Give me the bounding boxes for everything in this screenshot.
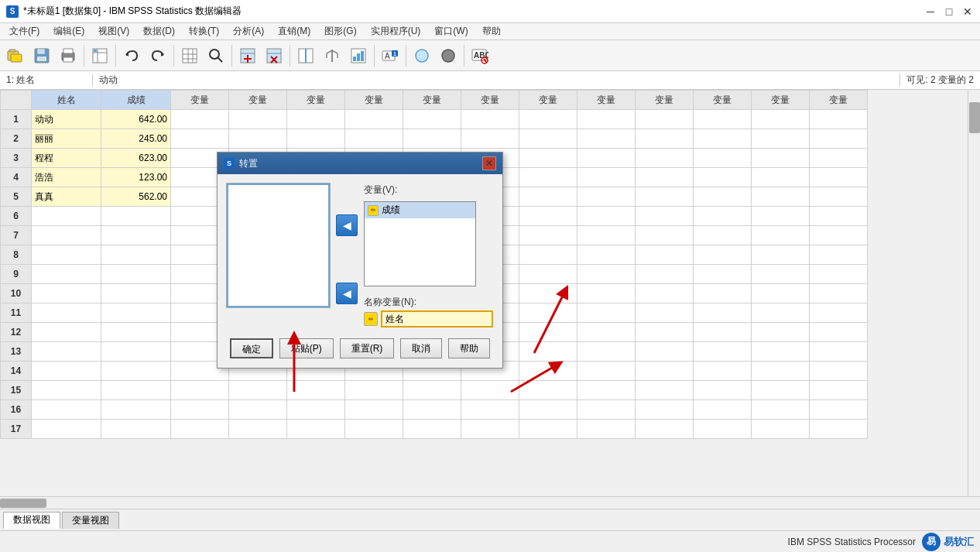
- cell-r16-c5[interactable]: [287, 400, 345, 420]
- col-header-score[interactable]: 成绩: [101, 91, 171, 110]
- paste-button[interactable]: 粘贴(P): [279, 338, 334, 358]
- cell-r11-c12[interactable]: [694, 303, 752, 323]
- cell-r12-c11[interactable]: [636, 323, 694, 342]
- col-header-var8[interactable]: 变量: [577, 91, 636, 110]
- cell-r13-c11[interactable]: [636, 342, 694, 362]
- cell-r10-c14[interactable]: [810, 284, 868, 303]
- col-header-var9[interactable]: 变量: [636, 91, 694, 110]
- toolbar-open[interactable]: [3, 43, 28, 68]
- toolbar-variable-label[interactable]: A1: [378, 43, 403, 68]
- cell-r6-c11[interactable]: [636, 207, 694, 226]
- cell-r6-c2[interactable]: [101, 207, 171, 226]
- cell-r9-c2[interactable]: [101, 265, 171, 284]
- cell-r6-c14[interactable]: [810, 207, 868, 226]
- vertical-scrollbar[interactable]: [968, 90, 980, 496]
- cell-r14-c11[interactable]: [636, 362, 694, 381]
- col-header-var5[interactable]: 变量: [403, 91, 461, 110]
- cell-r1-c6[interactable]: [345, 110, 403, 129]
- cell-r12-c12[interactable]: [694, 323, 752, 342]
- col-header-var7[interactable]: 变量: [519, 91, 577, 110]
- table-row[interactable]: 1动动642.00: [1, 110, 868, 129]
- cell-r5-c9[interactable]: [519, 187, 577, 207]
- move-to-variable-button[interactable]: ◀: [336, 214, 358, 236]
- cell-r6-c9[interactable]: [519, 207, 577, 226]
- cell-r11-c14[interactable]: [810, 303, 868, 323]
- cell-r5-c11[interactable]: [636, 187, 694, 207]
- v-scrollbar-thumb[interactable]: [969, 102, 980, 133]
- cell-r11-c1[interactable]: [32, 303, 101, 323]
- cell-r17-c2[interactable]: [101, 420, 171, 439]
- cell-r7-c11[interactable]: [636, 226, 694, 245]
- toolbar-redo[interactable]: [146, 43, 170, 68]
- cell-r17-c6[interactable]: [345, 420, 403, 439]
- tab-data-view[interactable]: 数据视图: [3, 512, 60, 529]
- cell-r12-c13[interactable]: [752, 323, 810, 342]
- cell-r14-c10[interactable]: [577, 362, 636, 381]
- help-button[interactable]: 帮助: [448, 338, 490, 358]
- variable-item-score[interactable]: ✏ 成绩: [365, 202, 475, 218]
- cell-r7-c12[interactable]: [694, 226, 752, 245]
- cell-r6-c13[interactable]: [752, 207, 810, 226]
- cell-r14-c14[interactable]: [810, 362, 868, 381]
- cell-r2-c12[interactable]: [694, 129, 752, 149]
- cell-r11-c10[interactable]: [577, 303, 636, 323]
- menu-view[interactable]: 视图(V): [92, 23, 135, 39]
- cell-r5-c13[interactable]: [752, 187, 810, 207]
- cell-r10-c1[interactable]: [32, 284, 101, 303]
- cell-r8-c9[interactable]: [519, 245, 577, 265]
- cell-r15-c3[interactable]: [171, 381, 229, 400]
- maximize-button[interactable]: □: [943, 5, 955, 18]
- cell-r1-c11[interactable]: [636, 110, 694, 129]
- cell-r15-c2[interactable]: [101, 381, 171, 400]
- cell-r2-c2[interactable]: 245.00: [101, 129, 171, 149]
- cell-r17-c9[interactable]: [519, 420, 577, 439]
- dialog-left-panel[interactable]: [227, 183, 330, 307]
- cell-r1-c12[interactable]: [694, 110, 752, 129]
- cell-r5-c14[interactable]: [810, 187, 868, 207]
- cell-r16-c1[interactable]: [32, 400, 101, 420]
- cell-r13-c12[interactable]: [694, 342, 752, 362]
- cell-r9-c9[interactable]: [519, 265, 577, 284]
- toolbar-data-editor[interactable]: [87, 43, 112, 68]
- cell-r3-c12[interactable]: [694, 149, 752, 168]
- cell-r15-c13[interactable]: [752, 381, 810, 400]
- cell-r16-c2[interactable]: [101, 400, 171, 420]
- cell-r12-c14[interactable]: [810, 323, 868, 342]
- cell-r7-c14[interactable]: [810, 226, 868, 245]
- cell-r2-c7[interactable]: [403, 129, 461, 149]
- cell-r9-c10[interactable]: [577, 265, 636, 284]
- cell-r7-c2[interactable]: [101, 226, 171, 245]
- cell-r4-c10[interactable]: [577, 168, 636, 187]
- menu-window[interactable]: 窗口(W): [428, 23, 474, 39]
- cell-r9-c11[interactable]: [636, 265, 694, 284]
- cell-r13-c1[interactable]: [32, 342, 101, 362]
- col-header-var3[interactable]: 变量: [287, 91, 345, 110]
- cell-r2-c14[interactable]: [810, 129, 868, 149]
- toolbar-spell[interactable]: ABC: [468, 43, 492, 68]
- cell-r8-c14[interactable]: [810, 245, 868, 265]
- cell-r1-c13[interactable]: [752, 110, 810, 129]
- cell-r5-c10[interactable]: [577, 187, 636, 207]
- toolbar-chart[interactable]: [346, 43, 371, 68]
- cell-r12-c2[interactable]: [101, 323, 171, 342]
- cell-r1-c5[interactable]: [287, 110, 345, 129]
- cell-r2-c1[interactable]: 丽丽: [32, 129, 101, 149]
- cell-r16-c8[interactable]: [461, 400, 519, 420]
- ok-button[interactable]: 确定: [230, 338, 273, 358]
- cell-r15-c8[interactable]: [461, 381, 519, 400]
- cell-r9-c14[interactable]: [810, 265, 868, 284]
- cell-r16-c4[interactable]: [229, 400, 287, 420]
- cell-r17-c7[interactable]: [403, 420, 461, 439]
- variable-list[interactable]: ✏ 成绩: [364, 201, 476, 286]
- cell-r8-c10[interactable]: [577, 245, 636, 265]
- cell-r8-c13[interactable]: [752, 245, 810, 265]
- cell-r17-c13[interactable]: [752, 420, 810, 439]
- cell-r16-c13[interactable]: [752, 400, 810, 420]
- cell-r10-c13[interactable]: [752, 284, 810, 303]
- menu-directmarketing[interactable]: 直销(M): [272, 23, 317, 39]
- cell-r6-c10[interactable]: [577, 207, 636, 226]
- cell-r2-c13[interactable]: [752, 129, 810, 149]
- cell-r4-c9[interactable]: [519, 168, 577, 187]
- cell-r10-c2[interactable]: [101, 284, 171, 303]
- reset-button[interactable]: 重置(R): [340, 338, 395, 358]
